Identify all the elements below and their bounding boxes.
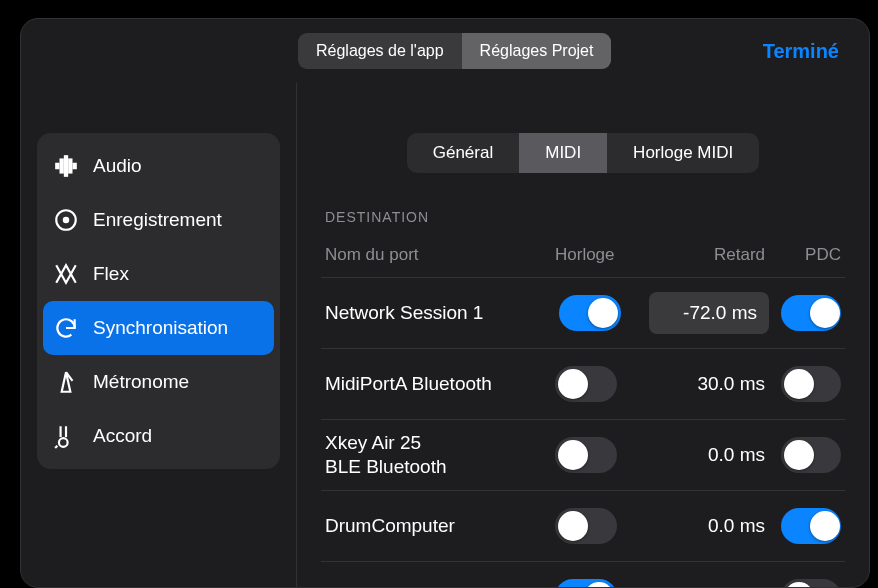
tuning-icon bbox=[53, 423, 79, 449]
record-icon bbox=[53, 207, 79, 233]
port-name: Sortie virtuelle Logic Pro bbox=[325, 585, 555, 587]
clock-toggle[interactable] bbox=[555, 366, 617, 402]
clock-toggle[interactable] bbox=[555, 579, 617, 587]
section-label: DESTINATION bbox=[325, 209, 845, 225]
tab-horloge-midi[interactable]: Horloge MIDI bbox=[607, 133, 759, 173]
sync-tab-segment: GénéralMIDIHorloge MIDI bbox=[407, 133, 760, 173]
col-delay: Retard bbox=[645, 245, 781, 265]
sidebar-item-sync[interactable]: Synchronisation bbox=[43, 301, 274, 355]
svg-point-6 bbox=[63, 217, 70, 224]
modal-header: Réglages de l'app Réglages Projet Termin… bbox=[21, 19, 869, 83]
table-header: Nom du port Horloge Retard PDC bbox=[321, 239, 845, 277]
clock-toggle[interactable] bbox=[555, 508, 617, 544]
sidebar-item-flex[interactable]: Flex bbox=[37, 247, 280, 301]
col-name: Nom du port bbox=[325, 245, 555, 265]
flex-icon bbox=[53, 261, 79, 287]
sidebar-item-label: Accord bbox=[93, 425, 152, 447]
clock-toggle[interactable] bbox=[555, 437, 617, 473]
pdc-toggle[interactable] bbox=[781, 366, 841, 402]
table-row: Network Session 1-72.0 ms bbox=[321, 277, 845, 348]
col-clock: Horloge bbox=[555, 245, 645, 265]
svg-point-8 bbox=[59, 438, 68, 447]
sidebar-item-tuning[interactable]: Accord bbox=[37, 409, 280, 463]
delay-value[interactable]: 0.0 ms bbox=[645, 444, 781, 466]
pdc-toggle[interactable] bbox=[781, 295, 841, 331]
table-row: MidiPortA Bluetooth30.0 ms bbox=[321, 348, 845, 419]
sidebar-item-label: Audio bbox=[93, 155, 142, 177]
settings-modal: Réglages de l'app Réglages Projet Termin… bbox=[20, 18, 870, 588]
sidebar-item-audio[interactable]: Audio bbox=[37, 139, 280, 193]
sidebar-item-metronome[interactable]: Métronome bbox=[37, 355, 280, 409]
svg-rect-1 bbox=[61, 160, 63, 173]
sidebar-item-label: Métronome bbox=[93, 371, 189, 393]
delay-value[interactable]: 36.0 ms bbox=[645, 586, 781, 587]
settings-scope-segment: Réglages de l'app Réglages Projet bbox=[298, 33, 611, 69]
delay-value[interactable]: -72.0 ms bbox=[649, 292, 769, 334]
col-pdc: PDC bbox=[781, 245, 841, 265]
pdc-toggle[interactable] bbox=[781, 579, 841, 587]
port-name: MidiPortA Bluetooth bbox=[325, 372, 555, 396]
table-row: Sortie virtuelle Logic Pro36.0 ms bbox=[321, 561, 845, 587]
port-name: DrumComputer bbox=[325, 514, 555, 538]
project-settings-tab[interactable]: Réglages Projet bbox=[462, 33, 612, 69]
table-row: DrumComputer0.0 ms bbox=[321, 490, 845, 561]
svg-rect-2 bbox=[65, 156, 67, 176]
svg-rect-3 bbox=[69, 160, 71, 173]
pdc-toggle[interactable] bbox=[781, 437, 841, 473]
sync-icon bbox=[53, 315, 79, 341]
app-settings-tab[interactable]: Réglages de l'app bbox=[298, 33, 462, 69]
table-row: Xkey Air 25BLE Bluetooth0.0 ms bbox=[321, 419, 845, 490]
svg-rect-0 bbox=[56, 164, 58, 168]
audio-icon bbox=[53, 153, 79, 179]
done-button[interactable]: Terminé bbox=[757, 39, 845, 64]
tab-midi[interactable]: MIDI bbox=[519, 133, 607, 173]
port-name: Network Session 1 bbox=[325, 301, 559, 325]
sidebar-item-label: Synchronisation bbox=[93, 317, 228, 339]
port-name: Xkey Air 25BLE Bluetooth bbox=[325, 431, 555, 479]
sidebar-item-label: Enregistrement bbox=[93, 209, 222, 231]
delay-value[interactable]: 30.0 ms bbox=[645, 373, 781, 395]
tab-général[interactable]: Général bbox=[407, 133, 519, 173]
clock-toggle[interactable] bbox=[559, 295, 621, 331]
svg-rect-4 bbox=[74, 164, 76, 168]
pdc-toggle[interactable] bbox=[781, 508, 841, 544]
svg-line-9 bbox=[55, 446, 57, 448]
settings-sidebar: AudioEnregistrementFlexSynchronisationMé… bbox=[21, 83, 297, 587]
sidebar-item-label: Flex bbox=[93, 263, 129, 285]
delay-value[interactable]: 0.0 ms bbox=[645, 515, 781, 537]
metronome-icon bbox=[53, 369, 79, 395]
sidebar-item-record[interactable]: Enregistrement bbox=[37, 193, 280, 247]
settings-content: GénéralMIDIHorloge MIDI DESTINATION Nom … bbox=[297, 83, 869, 587]
